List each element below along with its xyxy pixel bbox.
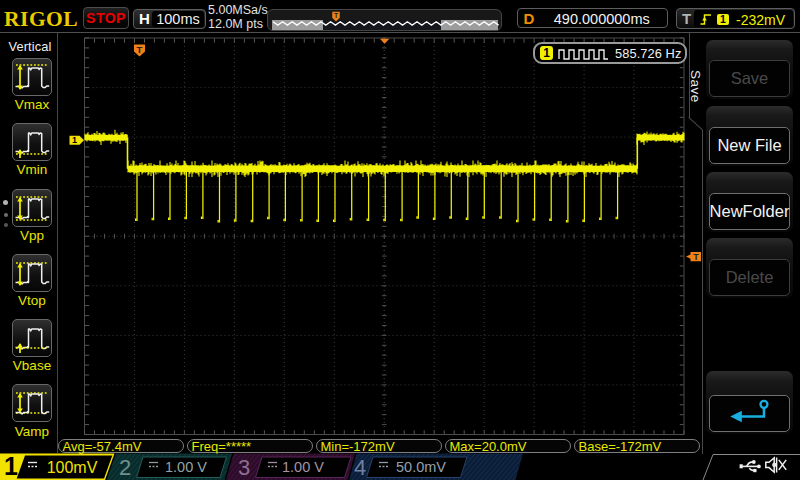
svg-text:50.0mV: 50.0mV	[396, 459, 446, 475]
svg-text:100mV: 100mV	[47, 459, 98, 476]
svg-text:1: 1	[4, 453, 18, 480]
svg-text:T: T	[693, 252, 699, 262]
svg-text:4: 4	[354, 455, 366, 480]
svg-text:2: 2	[119, 455, 131, 480]
svg-text:1.00 V: 1.00 V	[165, 459, 207, 475]
svg-text:3: 3	[238, 455, 250, 480]
svg-text:T: T	[137, 44, 143, 55]
svg-text:1: 1	[72, 135, 77, 145]
svg-text:1.00 V: 1.00 V	[282, 459, 324, 475]
